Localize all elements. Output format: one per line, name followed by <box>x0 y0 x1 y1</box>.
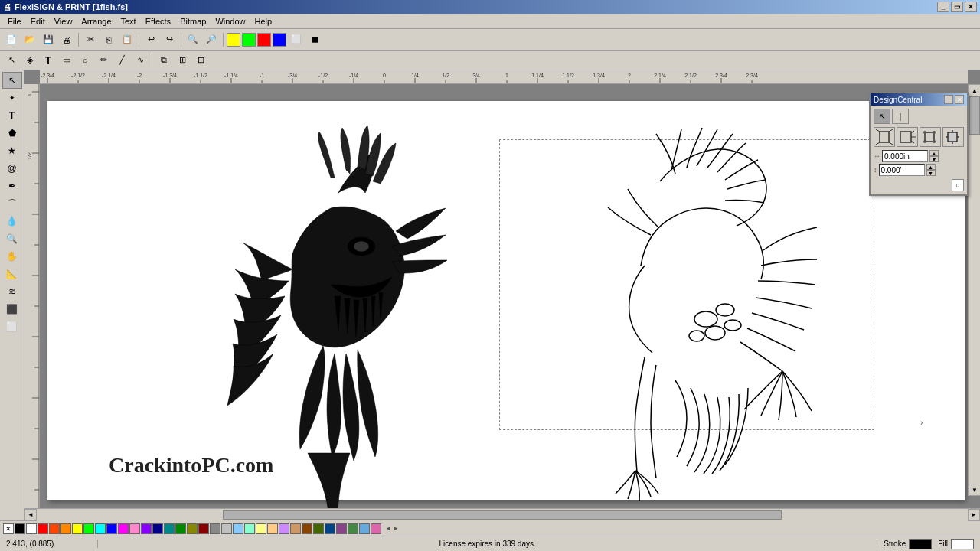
no-color-swatch[interactable]: ✕ <box>3 523 14 534</box>
dc-arrow-btn[interactable]: ↖ <box>874 109 890 124</box>
swatch-orange-red[interactable] <box>49 523 60 534</box>
swatch-dark-green[interactable] <box>175 523 186 534</box>
save-button[interactable]: 💾 <box>40 31 57 48</box>
dc-cursor-btn[interactable]: | <box>892 109 909 124</box>
vscroll-down-btn[interactable]: ▼ <box>969 484 980 496</box>
tool-node[interactable]: ✦ <box>2 90 22 106</box>
paste-button[interactable]: 📋 <box>119 31 136 48</box>
restore-button[interactable]: ▭ <box>951 2 963 12</box>
tool-eyedrop[interactable]: 💧 <box>2 213 22 230</box>
copy-button[interactable]: ⎘ <box>100 31 117 48</box>
dc-width-down[interactable]: ▼ <box>929 156 939 162</box>
swatch-red[interactable] <box>38 523 48 534</box>
swatch-yellow[interactable] <box>72 523 83 534</box>
tool-shape[interactable]: ⬟ <box>2 125 22 142</box>
media-button[interactable]: ⬜ <box>288 31 305 48</box>
dc-height-down[interactable]: ▼ <box>926 170 936 176</box>
tool-measure[interactable]: 📐 <box>2 266 22 282</box>
tool-zoom[interactable]: 🔍 <box>2 230 22 247</box>
swatch-navy[interactable] <box>152 523 163 534</box>
pen-button[interactable] <box>273 33 286 47</box>
menu-edit[interactable]: Edit <box>26 15 50 28</box>
group-button[interactable]: ⊞ <box>174 52 191 69</box>
zoom-in-button[interactable]: 🔍 <box>185 31 201 48</box>
dc-width-spinner[interactable]: ▲ ▼ <box>929 150 939 162</box>
hscroll-right-btn[interactable]: ► <box>968 509 980 521</box>
swatch-silver[interactable] <box>221 523 232 534</box>
swatch-plum[interactable] <box>336 523 347 534</box>
swatch-forest[interactable] <box>313 523 324 534</box>
tool-pointer[interactable]: ↖ <box>2 72 22 89</box>
ellipse-button[interactable]: ○ <box>77 52 93 69</box>
close-button[interactable]: ✕ <box>965 2 977 12</box>
swatch-lt-green[interactable] <box>244 523 255 534</box>
menu-bitmap[interactable]: Bitmap <box>175 15 211 28</box>
undo-button[interactable]: ↩ <box>142 31 159 48</box>
pen2-button[interactable]: ✏ <box>95 52 112 69</box>
dc-transform-1[interactable] <box>874 127 895 147</box>
swatch-special1[interactable] <box>348 523 358 534</box>
swatch-lavender[interactable] <box>279 523 289 534</box>
stroke-button[interactable] <box>257 33 271 47</box>
zoom-out-button[interactable]: 🔎 <box>203 31 220 48</box>
tool-spiral[interactable]: @ <box>2 160 22 177</box>
swatch-cyan[interactable] <box>95 523 106 534</box>
dc-lock-checkbox[interactable]: ○ <box>952 179 964 191</box>
menu-text[interactable]: Text <box>116 15 141 28</box>
swatch-lt-yellow[interactable] <box>256 523 266 534</box>
swatch-teal[interactable] <box>164 523 175 534</box>
dc-close-btn[interactable]: ✕ <box>955 95 964 104</box>
ungroup-button[interactable]: ⊟ <box>192 52 209 69</box>
line-button[interactable]: ╱ <box>113 52 130 69</box>
dc-transform-4[interactable] <box>942 127 964 147</box>
tool-text[interactable]: T <box>2 107 22 124</box>
canvas-area[interactable]: -2 3/4 -2 1/2 -2 1/4 -2 -1 3/4 -1 1/2 -1… <box>24 70 980 508</box>
tool-bezier[interactable]: ⌒ <box>2 195 22 212</box>
swatch-peach[interactable] <box>267 523 278 534</box>
swatch-purple[interactable] <box>141 523 152 534</box>
swatch-deep-blue[interactable] <box>325 523 335 534</box>
swatch-tan[interactable] <box>290 523 301 534</box>
tool-star[interactable]: ★ <box>2 142 22 159</box>
minimize-button[interactable]: _ <box>937 2 949 12</box>
select-button[interactable]: ↖ <box>3 52 20 69</box>
tool-warp[interactable]: ≋ <box>2 283 22 300</box>
swatch-brown[interactable] <box>302 523 312 534</box>
swatch-black[interactable] <box>15 523 25 534</box>
dc-height-spinner[interactable]: ▲ ▼ <box>926 164 936 176</box>
tool-extra[interactable]: ⬜ <box>2 318 22 335</box>
tool-pen[interactable]: ✒ <box>2 178 22 194</box>
horizontal-scrollbar[interactable]: ◄ ► <box>24 508 980 520</box>
hscroll-left-btn[interactable]: ◄ <box>24 509 37 521</box>
swatch-olive[interactable] <box>187 523 198 534</box>
new-button[interactable]: 📄 <box>3 31 20 48</box>
dc-width-up[interactable]: ▲ <box>929 150 939 156</box>
swatch-gray[interactable] <box>210 523 220 534</box>
menu-effects[interactable]: Effects <box>141 15 175 28</box>
t-button[interactable]: T <box>40 52 57 69</box>
hscroll-track[interactable] <box>37 509 968 521</box>
vertical-scrollbar[interactable]: ▲ ▼ <box>968 84 980 496</box>
statusbar-stroke-color[interactable] <box>909 539 932 549</box>
color-button[interactable] <box>227 33 240 47</box>
menu-arrange[interactable]: Arrange <box>77 15 116 28</box>
vscroll-up-btn[interactable]: ▲ <box>969 84 980 96</box>
swatch-green[interactable] <box>83 523 94 534</box>
swatch-white[interactable] <box>26 523 37 534</box>
dc-transform-3[interactable] <box>920 127 941 147</box>
titlebar-controls[interactable]: _ ▭ ✕ <box>937 2 977 12</box>
dc-height-up[interactable]: ▲ <box>926 164 936 170</box>
open-button[interactable]: 📂 <box>21 31 38 48</box>
menu-window[interactable]: Window <box>211 15 250 28</box>
tool-pan[interactable]: ✋ <box>2 248 22 265</box>
swatch-orange[interactable] <box>60 523 71 534</box>
swatch-magenta[interactable] <box>118 523 129 534</box>
dc-height-input[interactable] <box>879 164 925 176</box>
vscroll-track[interactable] <box>969 96 980 484</box>
swatch-special3[interactable] <box>371 523 381 534</box>
print-button[interactable]: 🖨 <box>58 31 75 48</box>
swatch-dark-red[interactable] <box>198 523 209 534</box>
tool-fill[interactable]: ⬛ <box>2 301 22 318</box>
vscroll-thumb[interactable] <box>969 96 980 135</box>
swatch-special2[interactable] <box>359 523 370 534</box>
